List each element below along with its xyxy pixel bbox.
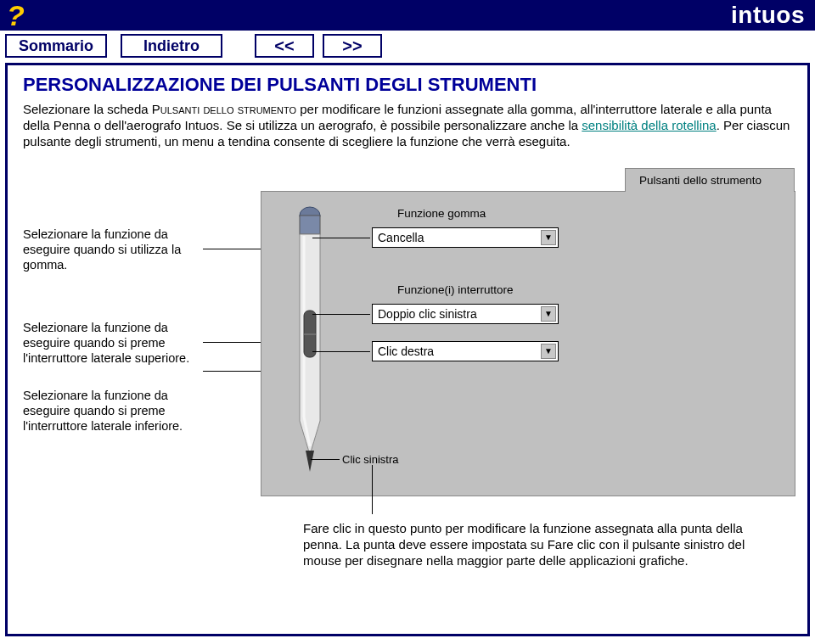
- brand-logo: intuos: [731, 2, 805, 29]
- annotation-upper-switch: Selezionare la funzione da eseguire quan…: [23, 320, 201, 366]
- dropdown-eraser[interactable]: Cancella ▼: [372, 227, 559, 248]
- leader-line: [311, 459, 340, 460]
- dropdown-lower-value: Clic destra: [378, 344, 434, 358]
- sensitivity-link[interactable]: sensibilità della rotellina: [582, 118, 716, 132]
- label-eraser-function: Funzione gomma: [397, 207, 486, 220]
- chevron-down-icon: ▼: [541, 306, 556, 322]
- chevron-down-icon: ▼: [541, 230, 556, 245]
- page-title: PERSONALIZZAZIONE DEI PULSANTI DEGLI STR…: [23, 74, 795, 96]
- prev-button[interactable]: <<: [255, 34, 314, 58]
- annotation-eraser: Selezionare la funzione da eseguire quan…: [23, 227, 201, 272]
- summary-button[interactable]: Sommario: [5, 34, 107, 58]
- leader-line: [312, 314, 370, 315]
- leader-line: [312, 351, 370, 352]
- dropdown-lower-switch[interactable]: Clic destra ▼: [372, 341, 559, 361]
- next-button[interactable]: >>: [323, 34, 382, 58]
- chevron-down-icon: ▼: [541, 344, 556, 359]
- annotation-lower-switch: Selezionare la funzione da eseguire quan…: [23, 388, 201, 434]
- intro-paragraph: Selezionare la scheda Pulsanti dello str…: [23, 101, 795, 150]
- dropdown-eraser-value: Cancella: [378, 231, 424, 244]
- intro-smallcaps: Pulsanti dello strumento: [152, 102, 296, 116]
- help-icon[interactable]: ?: [0, 1, 25, 30]
- leader-line: [312, 238, 370, 238]
- tip-function-label[interactable]: Clic sinistra: [342, 453, 398, 466]
- dropdown-upper-switch[interactable]: Doppio clic sinistra ▼: [372, 304, 559, 324]
- pen-illustration: [280, 200, 340, 489]
- dropdown-upper-value: Doppio clic sinistra: [378, 307, 477, 321]
- nav-bar: Sommario Indietro << >>: [0, 31, 815, 63]
- tab-tool-buttons[interactable]: Pulsanti dello strumento: [625, 168, 795, 192]
- diagram-area: Selezionare la funzione da eseguire quan…: [23, 165, 795, 598]
- back-button[interactable]: Indietro: [121, 34, 222, 58]
- leader-line: [372, 465, 373, 514]
- intro-text-1: Selezionare la scheda: [23, 102, 152, 116]
- settings-panel: Pulsanti dello strumento: [261, 191, 795, 496]
- content-frame: PERSONALIZZAZIONE DEI PULSANTI DEGLI STR…: [5, 63, 810, 636]
- title-bar: ? intuos: [0, 0, 815, 31]
- svg-rect-1: [300, 216, 320, 234]
- label-switch-function: Funzione(i) interruttore: [397, 283, 514, 296]
- annotation-tip: Fare clic in questo punto per modificare…: [303, 520, 778, 569]
